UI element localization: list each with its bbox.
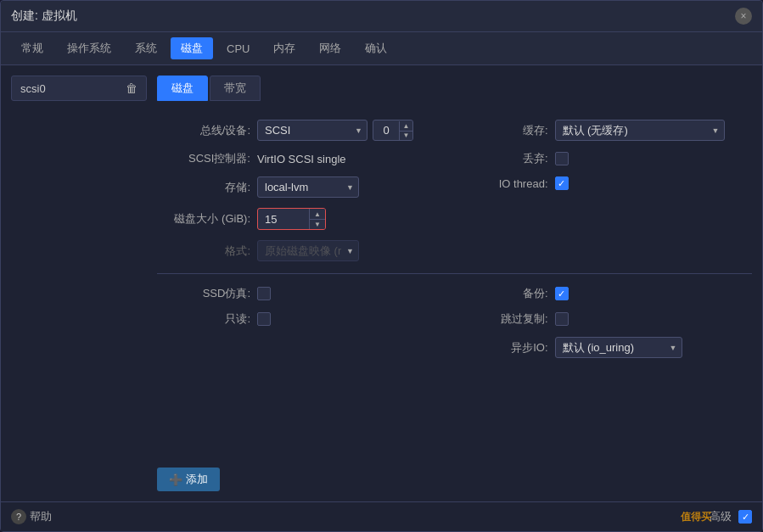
bus-device-label: 总线/设备: (157, 123, 250, 138)
col-left8 (157, 332, 455, 363)
add-label: 添加 (186, 472, 208, 487)
disk-size-label: 磁盘大小 (GiB): (157, 211, 250, 227)
disk-form: 总线/设备: SCSI ▲ (157, 111, 752, 367)
format-row: 格式: 原始磁盘映像 (raw) (157, 235, 455, 266)
close-button[interactable]: × (735, 8, 752, 25)
advanced-checkbox[interactable] (738, 510, 752, 524)
disk-size-spinbox[interactable]: ▲ ▼ (257, 208, 326, 230)
content-tabs: 磁盘 带宽 (157, 76, 752, 101)
tab-system[interactable]: 系统 (125, 37, 167, 59)
main-content: 磁盘 带宽 总线/设备: SCSI (157, 76, 752, 491)
help-label: 帮助 (30, 509, 52, 524)
col-right3: IO thread: (455, 171, 753, 203)
bus-device-row: 总线/设备: SCSI ▲ (157, 115, 455, 146)
async-io-select[interactable]: 默认 (io_uring) (555, 337, 682, 358)
col-right8: 异步IO: 默认 (io_uring) (455, 332, 753, 363)
backup-label: 备份: (455, 286, 548, 301)
skip-replication-row: 跳过复制: (455, 306, 753, 332)
titlebar: 创建: 虚拟机 × (1, 1, 762, 32)
col-right5 (455, 235, 753, 266)
discard-checkbox[interactable] (555, 152, 569, 165)
content-tab-bandwidth[interactable]: 带宽 (210, 76, 261, 101)
tab-general[interactable]: 常规 (11, 37, 53, 59)
add-btn-container: ➕ 添加 (157, 468, 752, 491)
backup-row: 备份: (455, 281, 753, 306)
tab-os[interactable]: 操作系统 (57, 37, 121, 59)
cache-select[interactable]: 默认 (无缓存) (555, 120, 725, 141)
watermark: 值得买 (681, 510, 711, 524)
spacer (157, 367, 752, 454)
async-io-label: 异步IO: (455, 340, 548, 356)
readonly-row: 只读: (157, 306, 455, 332)
io-thread-checkbox[interactable] (555, 176, 569, 190)
storage-label: 存储: (157, 180, 250, 195)
backup-checkbox[interactable] (555, 287, 569, 300)
cache-select-wrapper: 默认 (无缓存) (555, 120, 725, 141)
row-scsi-discard: SCSI控制器: VirtIO SCSI single 丢弃: (157, 146, 752, 171)
disk-size-arrows: ▲ ▼ (309, 209, 325, 229)
help-button[interactable]: ? 帮助 (11, 509, 52, 524)
bus-select-wrapper: SCSI (257, 120, 367, 141)
async-io-row: 异步IO: 默认 (io_uring) (455, 332, 753, 363)
row-async-io: 异步IO: 默认 (io_uring) (157, 332, 752, 363)
sidebar-item-scsi0[interactable]: scsi0 🗑 (11, 76, 147, 101)
async-io-select-wrapper: 默认 (io_uring) (555, 337, 682, 358)
bus-device-controls: SCSI ▲ ▼ (257, 120, 413, 141)
add-icon: ➕ (169, 473, 182, 486)
disk-sidebar: scsi0 🗑 (11, 76, 147, 491)
discard-label: 丢弃: (455, 151, 548, 166)
format-label: 格式: (157, 244, 250, 259)
device-arrows: ▲ ▼ (399, 121, 412, 140)
storage-select[interactable]: local-lvm (257, 176, 359, 198)
tab-network[interactable]: 网络 (309, 37, 351, 59)
col-left4: 磁盘大小 (GiB): ▲ ▼ (157, 203, 455, 235)
col-left7: 只读: (157, 306, 455, 332)
delete-icon[interactable]: 🗑 (126, 81, 137, 95)
device-up-arrow[interactable]: ▲ (399, 121, 412, 131)
device-number-input[interactable] (373, 120, 399, 140)
col-right7: 跳过复制: (455, 306, 753, 332)
disk-size-up[interactable]: ▲ (310, 209, 325, 219)
device-number-spinner[interactable]: ▲ ▼ (373, 120, 413, 141)
col-right6: 备份: (455, 281, 753, 306)
disk-size-row: 磁盘大小 (GiB): ▲ ▼ (157, 203, 455, 235)
tab-cpu[interactable]: CPU (216, 39, 260, 59)
row-storage-io: 存储: local-lvm IO thread: (157, 171, 752, 203)
scsi-controller-row: SCSI控制器: VirtIO SCSI single (157, 146, 455, 171)
cache-row: 缓存: 默认 (无缓存) (455, 115, 753, 146)
tab-memory[interactable]: 内存 (263, 37, 306, 59)
disk-size-down[interactable]: ▼ (310, 219, 325, 229)
storage-select-wrapper: local-lvm (257, 176, 359, 198)
content-tab-disk[interactable]: 磁盘 (157, 76, 208, 101)
col-right4 (455, 203, 753, 235)
readonly-checkbox[interactable] (257, 312, 271, 326)
disk-size-input[interactable] (258, 210, 309, 229)
ssd-label: SSD仿真: (157, 286, 250, 301)
tab-disk[interactable]: 磁盘 (171, 37, 213, 59)
storage-row: 存储: local-lvm (157, 171, 455, 203)
io-thread-label: IO thread: (455, 177, 548, 190)
row-disksize: 磁盘大小 (GiB): ▲ ▼ (157, 203, 752, 235)
skip-replication-checkbox[interactable] (555, 312, 569, 326)
format-select-wrapper: 原始磁盘映像 (raw) (257, 240, 359, 261)
col-right: 缓存: 默认 (无缓存) (455, 115, 753, 146)
col-left2: SCSI控制器: VirtIO SCSI single (157, 146, 455, 171)
help-icon: ? (11, 509, 26, 524)
footer-left: ? 帮助 (11, 509, 52, 524)
add-button[interactable]: ➕ 添加 (157, 468, 220, 491)
bus-select[interactable]: SCSI (257, 120, 367, 141)
row-ssd-backup: SSD仿真: 备份: (157, 281, 752, 306)
col-left3: 存储: local-lvm (157, 171, 455, 203)
device-down-arrow[interactable]: ▼ (399, 131, 412, 140)
ssd-checkbox[interactable] (257, 287, 271, 300)
dialog-title: 创建: 虚拟机 (11, 8, 77, 24)
col-left: 总线/设备: SCSI ▲ (157, 115, 455, 146)
cache-label: 缓存: (455, 123, 548, 138)
dialog-footer: ? 帮助 高级 (1, 501, 762, 531)
discard-row: 丢弃: (455, 146, 753, 171)
col-left5: 格式: 原始磁盘映像 (raw) (157, 235, 455, 266)
scsi-controller-value: VirtIO SCSI single (257, 153, 346, 165)
tab-confirm[interactable]: 确认 (355, 37, 397, 59)
ssd-row: SSD仿真: (157, 281, 455, 306)
nav-tabs: 常规 操作系统 系统 磁盘 CPU 内存 网络 确认 (1, 32, 762, 65)
